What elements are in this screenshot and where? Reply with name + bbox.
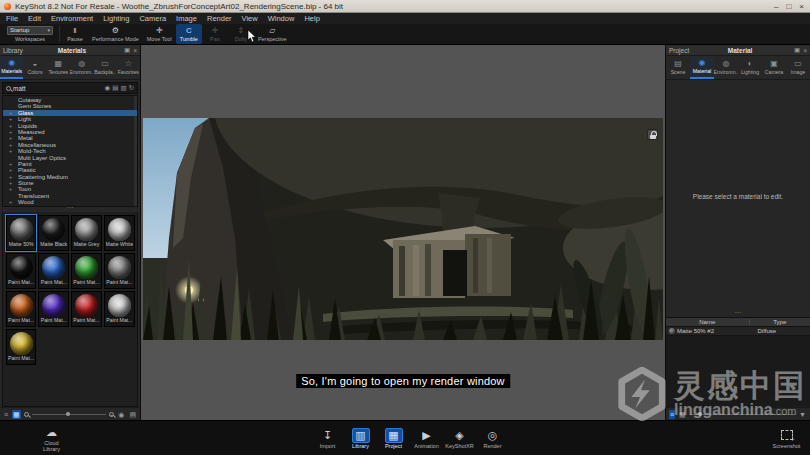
render-scene[interactable] [143, 118, 663, 340]
tree-label: Scattering Medium [18, 174, 68, 180]
search-settings-icon[interactable]: ◉ [105, 84, 111, 92]
material-thumb-matte-grey[interactable]: Matte Grey [71, 215, 101, 251]
material-sphere [10, 294, 33, 317]
material-thumb-matte-black[interactable]: Matte Black [38, 215, 69, 251]
environments-tab-icon: ◍ [78, 60, 85, 68]
tree-row-wood[interactable]: + Wood [3, 199, 137, 205]
keyshot-logo-icon [4, 3, 11, 10]
tool-pan[interactable]: ✛ Pan [202, 24, 228, 44]
library-tab-materials[interactable]: ◉ Materials [0, 56, 23, 79]
column-type[interactable]: Type [750, 319, 810, 325]
material-thumb-paint-mat[interactable]: Paint Mat... [38, 291, 69, 327]
project-tab-material[interactable]: ◉ Material [690, 56, 714, 79]
thumbnail-size-slider[interactable] [32, 414, 107, 415]
float-panel-icon[interactable]: ▣ [794, 46, 800, 54]
filter-icon[interactable]: ▼ [798, 410, 807, 419]
environments-tab-icon: ◍ [723, 60, 730, 68]
library-search[interactable]: matt ◉ ▤ ▥ ↻ [2, 82, 138, 94]
menu-item-environment[interactable]: Environment [51, 14, 93, 23]
material-thumb-paint-mat[interactable]: Paint Mat... [104, 291, 136, 327]
tree-label: Cutaway [18, 97, 41, 103]
library-tab-colors[interactable]: ◒ Colors [23, 56, 46, 79]
dock-screenshot[interactable]: Screenshot [771, 428, 802, 450]
menu-item-camera[interactable]: Camera [139, 14, 166, 23]
realtime-viewport[interactable]: So, I'm going to open my render window [141, 45, 665, 420]
dock-library[interactable]: ▥ Library [345, 428, 376, 450]
menu-item-edit[interactable]: Edit [28, 14, 41, 23]
dock-label: Project [385, 444, 402, 450]
grid-view-icon[interactable]: ▦ [12, 410, 21, 419]
project-tabs: ▤ Scene ◉ Material ◍ Environm.. ◐ Lighti… [666, 56, 810, 80]
dock-project[interactable]: ▦ Project [378, 428, 409, 450]
close-panel-icon[interactable]: × [803, 47, 807, 54]
folder-up-icon[interactable]: ▤ [112, 84, 118, 92]
project-tab-image[interactable]: ▭ Image [786, 56, 810, 79]
project-tab-lighting[interactable]: ◐ Lighting [738, 56, 762, 79]
project-tab-environm[interactable]: ◍ Environm.. [714, 56, 738, 79]
material-thumb-paint-mat[interactable]: Paint Mat... [71, 291, 101, 327]
menu-item-file[interactable]: File [6, 14, 18, 23]
material-sphere [75, 294, 98, 317]
list-view-icon[interactable]: ≡ [669, 410, 675, 419]
toolbar-items: ‖ Pause ⚙ Performance Mode ✛ Move Tool C… [62, 24, 291, 44]
thumbnail-size-slider[interactable] [690, 414, 795, 415]
close-panel-icon[interactable]: × [133, 47, 137, 54]
workspaces-selector[interactable]: Startup ▾ Workspaces [3, 24, 57, 44]
menu-item-help[interactable]: Help [304, 14, 319, 23]
material-thumb-matte-50[interactable]: Matte 50% [6, 215, 36, 251]
material-thumb-paint-mat[interactable]: Paint Mat... [6, 253, 36, 289]
zoom-in-icon[interactable]: + [109, 412, 114, 417]
tool-pause[interactable]: ‖ Pause [62, 24, 88, 44]
menu-item-view[interactable]: View [242, 14, 258, 23]
grid-view-icon[interactable]: ▦ [678, 410, 687, 419]
menu-item-lighting[interactable]: Lighting [103, 14, 129, 23]
tree-label: Metal [18, 135, 33, 141]
favorites-tab-icon: ☆ [125, 60, 132, 68]
table-row[interactable]: Matte 50% #2 Diffuse [666, 327, 810, 336]
material-thumb-paint-mat[interactable]: Paint Mat... [38, 253, 69, 289]
folders-icon[interactable]: ▤ [128, 410, 137, 419]
material-sphere [75, 218, 98, 241]
list-view-icon[interactable]: ≡ [3, 410, 9, 419]
menu-item-render[interactable]: Render [207, 14, 232, 23]
toolbar-label: Pause [67, 37, 83, 43]
folder-new-icon[interactable]: ▥ [120, 84, 126, 92]
dock-import[interactable]: ↧ Import [312, 428, 343, 450]
menu-item-window[interactable]: Window [268, 14, 295, 23]
tool-tumble[interactable]: C Tumble [176, 24, 202, 44]
workspace-dropdown[interactable]: Startup ▾ [7, 26, 53, 35]
material-thumb-paint-mat[interactable]: Paint Mat... [6, 329, 36, 365]
camera-lock-icon[interactable] [647, 129, 658, 140]
material-thumb-paint-mat[interactable]: Paint Mat... [104, 253, 136, 289]
tool-perspective[interactable]: ▱ Perspective [254, 24, 291, 44]
tool-performance-mode[interactable]: ⚙ Performance Mode [88, 24, 143, 44]
material-thumb-paint-mat[interactable]: Paint Mat... [6, 291, 36, 327]
library-panel-label: Library [3, 47, 23, 54]
project-tab-camera[interactable]: ▣ Camera [762, 56, 786, 79]
tool-move-tool[interactable]: ✛ Move Tool [143, 24, 176, 44]
project-tab-scene[interactable]: ▤ Scene [666, 56, 690, 79]
dock-animation[interactable]: ▶ Animation [411, 428, 442, 450]
library-tab-environm[interactable]: ◍ Environm.. [70, 56, 93, 79]
close-button[interactable]: × [799, 2, 804, 11]
library-tab-favorites[interactable]: ☆ Favorites [117, 56, 140, 79]
maximize-button[interactable]: □ [786, 2, 791, 11]
menu-item-image[interactable]: Image [176, 14, 197, 23]
performance-icon: ⚙ [112, 26, 119, 35]
float-panel-icon[interactable]: ▣ [124, 46, 130, 54]
zoom-out-icon[interactable]: − [24, 412, 29, 417]
search-input[interactable]: matt [13, 85, 103, 92]
minimize-button[interactable]: – [774, 2, 778, 11]
scene-materials-list: Name Type Matte 50% #2 Diffuse [666, 317, 810, 407]
dock-keyshotxr[interactable]: ◈ KeyShotXR [444, 428, 475, 450]
material-thumb-paint-mat[interactable]: Paint Mat... [71, 253, 101, 289]
column-name[interactable]: Name [666, 319, 750, 325]
material-thumb-matte-white[interactable]: Matte White [104, 215, 136, 251]
dock-render[interactable]: ◎ Render [477, 428, 508, 450]
expand-icon[interactable]: + [9, 199, 12, 205]
refresh-icon[interactable]: ↻ [129, 84, 134, 92]
dock-cloud-library[interactable]: ☁ Cloud Library [36, 425, 67, 452]
render-thumb-icon[interactable]: ◉ [117, 410, 125, 419]
library-tab-backpla[interactable]: ▭ Backpla.. [93, 56, 116, 79]
library-tab-textures[interactable]: ▦ Textures [47, 56, 70, 79]
